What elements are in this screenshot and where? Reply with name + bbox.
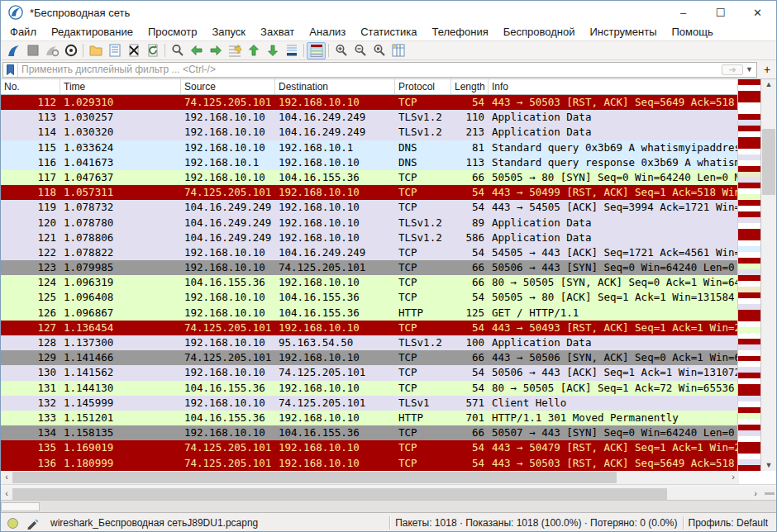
restart-capture-icon[interactable]: [61, 42, 80, 59]
packet-row-133[interactable]: 1331.151201104.16.155.36192.168.10.10HTT…: [1, 411, 739, 425]
collapsed-pane-handle[interactable]: [1, 502, 40, 511]
packet-row-119[interactable]: 1191.078732104.16.249.249192.168.10.10TC…: [1, 200, 739, 215]
packet-row-135[interactable]: 1351.16901974.125.205.101192.168.10.10TC…: [1, 440, 739, 455]
minimap-stripe: [738, 188, 760, 194]
maximize-button[interactable]: ☐: [702, 1, 739, 24]
packet-row-122[interactable]: 1221.078822192.168.10.10104.16.249.249TC…: [1, 245, 739, 260]
cell-no: 135: [1, 440, 60, 455]
expert-info-icon[interactable]: [7, 518, 18, 529]
zoom-out-icon[interactable]: [350, 42, 369, 59]
column-header-no[interactable]: No.: [1, 79, 60, 94]
column-header-proto[interactable]: Protocol: [395, 79, 451, 94]
packet-row-118[interactable]: 1181.05731174.125.205.101192.168.10.10TC…: [1, 185, 739, 200]
filter-bookmark-icon[interactable]: [3, 63, 18, 77]
go-previous-packet-icon[interactable]: [187, 42, 206, 59]
capture-file-name[interactable]: wireshark_Беспроводная сетьJ89DU1.pcapng: [50, 517, 384, 529]
minimize-button[interactable]: –: [665, 1, 702, 24]
zoom-original-icon[interactable]: [369, 42, 388, 59]
cell-time: 1.096867: [60, 306, 181, 321]
close-button[interactable]: ✕: [739, 1, 776, 24]
menu-item-11[interactable]: Помощь: [665, 24, 721, 40]
resize-columns-icon[interactable]: [388, 42, 408, 59]
close-file-icon[interactable]: [124, 42, 143, 59]
filter-dropdown-caret-icon[interactable]: ▼: [746, 65, 753, 74]
scroll-left-icon[interactable]: ‹: [1, 471, 12, 484]
menu-item-9[interactable]: Беспроводной: [496, 24, 583, 40]
auto-scroll-icon[interactable]: [282, 42, 301, 59]
go-to-packet-icon[interactable]: [225, 42, 244, 59]
scroll-left-icon[interactable]: ‹: [1, 487, 12, 501]
menu-item-10[interactable]: Инструменты: [582, 24, 664, 40]
packet-row-134[interactable]: 1341.158135192.168.10.10104.16.155.36TCP…: [1, 425, 739, 440]
packet-row-113[interactable]: 1131.030257192.168.10.10104.16.249.249TL…: [1, 110, 739, 125]
menu-item-2[interactable]: Редактирование: [44, 24, 141, 40]
open-file-icon[interactable]: [86, 42, 105, 59]
colorize-packets-icon[interactable]: [307, 42, 326, 59]
capture-options-icon[interactable]: [42, 42, 61, 59]
display-filter-input[interactable]: [18, 64, 722, 75]
packet-row-127[interactable]: 1271.13645474.125.205.101192.168.10.10TC…: [1, 321, 739, 335]
scroll-up-icon[interactable]: ▲: [761, 79, 776, 90]
packet-row-132[interactable]: 1321.145999192.168.10.1074.125.205.101TL…: [1, 396, 739, 411]
menu-item-4[interactable]: Запуск: [204, 24, 253, 40]
reload-file-icon[interactable]: [143, 42, 162, 59]
packet-row-115[interactable]: 1151.033624192.168.10.10192.168.10.1DNS8…: [1, 140, 739, 155]
detail-hscrollbar[interactable]: ‹ ›: [1, 487, 776, 501]
packet-row-136[interactable]: 1361.18099974.125.205.101192.168.10.10TC…: [1, 456, 739, 471]
go-next-packet-icon[interactable]: [206, 42, 225, 59]
stop-capture-icon[interactable]: [23, 42, 42, 59]
menu-item-3[interactable]: Просмотр: [141, 24, 204, 40]
packet-list-hscroll-thumb[interactable]: [12, 472, 617, 483]
packet-row-128[interactable]: 1281.137300192.168.10.1095.163.54.50TLSv…: [1, 335, 739, 350]
go-last-packet-icon[interactable]: [263, 42, 282, 59]
splitter-grip[interactable]: [765, 492, 775, 495]
scroll-down-icon[interactable]: ▼: [761, 460, 776, 471]
vertical-scrollbar-thumb[interactable]: [762, 129, 775, 195]
packet-row-123[interactable]: 1231.079985192.168.10.1074.125.205.101TC…: [1, 260, 739, 275]
minimap-stripe: [738, 275, 760, 281]
scroll-right-icon[interactable]: ›: [727, 471, 739, 484]
profile-text[interactable]: Профиль: Default: [689, 517, 769, 529]
column-header-src[interactable]: Source: [181, 79, 275, 94]
add-filter-button[interactable]: +: [760, 62, 774, 78]
apply-filter-arrow-icon[interactable]: ➔: [722, 64, 743, 75]
zoom-in-icon[interactable]: [331, 42, 350, 59]
minimap-stripe: [738, 114, 760, 120]
menu-item-6[interactable]: Анализ: [302, 24, 353, 40]
intelligent-scrollbar-minimap[interactable]: [738, 79, 761, 471]
go-first-packet-icon[interactable]: [244, 42, 263, 59]
menu-item-7[interactable]: Статистика: [353, 24, 424, 40]
packet-row-117[interactable]: 1171.047637192.168.10.10104.16.155.36TCP…: [1, 170, 739, 185]
menu-item-5[interactable]: Захват: [253, 24, 302, 40]
start-capture-icon[interactable]: [4, 42, 23, 59]
scroll-right-icon[interactable]: ›: [750, 487, 761, 501]
edit-comment-icon[interactable]: [26, 517, 39, 530]
minimap-stripe: [738, 281, 760, 287]
packet-row-129[interactable]: 1291.14146674.125.205.101192.168.10.10TC…: [1, 350, 739, 365]
packet-row-124[interactable]: 1241.096319104.16.155.36192.168.10.10TCP…: [1, 275, 739, 290]
column-header-dst[interactable]: Destination: [275, 79, 395, 94]
cell-time: 1.141562: [60, 365, 181, 380]
menu-item-1[interactable]: Файл: [2, 24, 44, 40]
cell-proto: TCP: [395, 381, 451, 396]
packet-row-121[interactable]: 1211.078806104.16.249.249192.168.10.10TL…: [1, 230, 739, 245]
column-header-info[interactable]: Info: [489, 79, 739, 94]
column-header-len[interactable]: Length: [451, 79, 489, 94]
packet-row-120[interactable]: 1201.078780104.16.249.249192.168.10.10TL…: [1, 216, 739, 230]
packet-list-hscrollbar[interactable]: ‹ ›: [1, 471, 739, 484]
packet-row-112[interactable]: 1121.02931074.125.205.101192.168.10.10TC…: [1, 95, 739, 110]
packet-row-126[interactable]: 1261.096867192.168.10.10104.16.155.36HTT…: [1, 306, 739, 321]
save-file-icon[interactable]: [105, 42, 124, 59]
vertical-scrollbar[interactable]: ▲ ▼: [761, 79, 776, 471]
column-header-time[interactable]: Time: [60, 79, 181, 94]
packet-row-114[interactable]: 1141.030320192.168.10.10104.16.249.249TL…: [1, 125, 739, 140]
minimap-stripe: [738, 459, 760, 465]
menu-item-8[interactable]: Телефония: [424, 24, 495, 40]
detail-hscroll-thumb[interactable]: [12, 488, 667, 500]
packet-row-131[interactable]: 1311.144130104.16.155.36192.168.10.10TCP…: [1, 381, 739, 396]
packet-list-header: No.TimeSourceDestinationProtocolLengthIn…: [1, 79, 739, 95]
find-packet-icon[interactable]: [168, 42, 187, 59]
packet-row-125[interactable]: 1251.096408192.168.10.10104.16.155.36TCP…: [1, 290, 739, 305]
packet-row-116[interactable]: 1161.041673192.168.10.1192.168.10.10DNS1…: [1, 155, 739, 170]
packet-row-130[interactable]: 1301.141562192.168.10.1074.125.205.101TC…: [1, 365, 739, 380]
